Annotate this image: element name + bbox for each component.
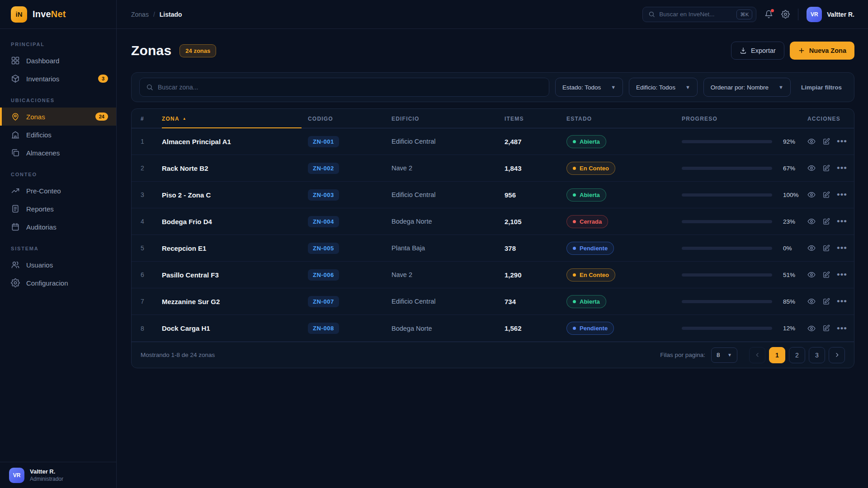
more-button[interactable]: •••	[837, 326, 847, 331]
breadcrumb: Zonas / Listado	[131, 11, 182, 18]
chevron-down-icon: ▼	[778, 84, 783, 90]
next-page-button[interactable]	[829, 347, 845, 363]
edit-button[interactable]	[822, 191, 830, 199]
row-actions: •••	[807, 271, 847, 279]
sidebar-item-almacenes[interactable]: Almacenes	[0, 144, 116, 162]
col-header-edificio[interactable]: EDIFICIO	[392, 116, 505, 122]
sidebar-item-label: Zonas	[26, 113, 89, 121]
avatar: VR	[807, 7, 822, 22]
notification-dot	[771, 9, 774, 12]
zone-code-badge: ZN-007	[308, 296, 339, 307]
sidebar-item-label: Inventarios	[26, 75, 92, 83]
progress-percent: 92%	[783, 138, 795, 145]
view-button[interactable]	[807, 244, 816, 252]
view-button[interactable]	[807, 191, 816, 199]
clear-filters-link[interactable]: Limpiar filtros	[797, 84, 846, 91]
sidebar-item-pre-conteo[interactable]: Pre-Conteo	[0, 182, 116, 200]
page-button-1[interactable]: 1	[769, 347, 785, 363]
table-row[interactable]: 1Almacen Principal A1ZN-001Edificio Cent…	[132, 128, 854, 155]
building-name: Nave 2	[392, 271, 505, 278]
rows-per-page-select[interactable]: 8▼	[711, 347, 737, 363]
progress-bar	[682, 167, 772, 170]
more-button[interactable]: •••	[837, 192, 847, 197]
prev-page-button[interactable]	[749, 347, 765, 363]
sidebar-item-label: Almacenes	[26, 149, 108, 157]
user-name: Valtter R.	[30, 468, 63, 475]
table-row[interactable]: 7Mezzanine Sur G2ZN-007Edificio Central7…	[132, 288, 854, 315]
new-zone-button[interactable]: Nueva Zona	[790, 42, 854, 60]
view-button[interactable]	[807, 271, 816, 279]
table-header-row: # ZONA▲ CODIGO EDIFICIO ITEMS ESTADO PRO…	[132, 109, 854, 128]
view-button[interactable]	[807, 324, 816, 333]
sidebar-item-edificios[interactable]: Edificios	[0, 126, 116, 144]
sidebar-item-dashboard[interactable]: Dashboard	[0, 52, 116, 70]
table-row[interactable]: 8Dock Carga H1ZN-008Bodega Norte1,562Pen…	[132, 315, 854, 342]
col-header-codigo[interactable]: CODIGO	[308, 116, 392, 122]
sidebar-item-auditorias[interactable]: Auditorias	[0, 218, 116, 236]
breadcrumb-parent[interactable]: Zonas	[131, 11, 149, 18]
edit-button[interactable]	[822, 298, 830, 305]
notifications-button[interactable]	[764, 10, 773, 19]
zone-name: Rack Norte B2	[162, 164, 308, 172]
more-button[interactable]: •••	[837, 139, 847, 144]
col-header-progreso[interactable]: PROGRESO	[682, 116, 807, 122]
progress-percent: 0%	[783, 245, 792, 252]
col-header-estado[interactable]: ESTADO	[566, 116, 682, 122]
edit-button[interactable]	[822, 244, 830, 252]
row-number: 7	[141, 298, 162, 305]
page-button-2[interactable]: 2	[789, 347, 805, 363]
more-button[interactable]: •••	[837, 246, 847, 250]
view-button[interactable]	[807, 164, 816, 172]
more-button[interactable]: •••	[837, 299, 847, 304]
progress-cell: 92%	[682, 138, 807, 145]
building-icon	[11, 130, 20, 139]
table-row[interactable]: 6Pasillo Central F3ZN-006Nave 21,290En C…	[132, 262, 854, 288]
export-button[interactable]: Exportar	[731, 42, 784, 60]
edit-button[interactable]	[822, 271, 830, 279]
col-header-zona[interactable]: ZONA▲	[162, 109, 302, 128]
estado-filter-select[interactable]: Estado: Todos▼	[555, 78, 623, 97]
divider	[798, 9, 798, 20]
brand: iN InveNet	[0, 0, 116, 29]
sidebar-item-inventarios[interactable]: Inventarios3	[0, 70, 116, 88]
edit-button[interactable]	[822, 138, 830, 145]
zone-name: Almacen Principal A1	[162, 138, 308, 145]
edit-button[interactable]	[822, 324, 830, 332]
table-row[interactable]: 4Bodega Frio D4ZN-004Bodega Norte2,105Ce…	[132, 208, 854, 235]
more-button[interactable]: •••	[837, 272, 847, 277]
sidebar-user[interactable]: VR Valtter R. Administrador	[0, 462, 116, 488]
view-button[interactable]	[807, 297, 816, 305]
eye-icon	[807, 244, 816, 252]
zone-code-badge: ZN-005	[308, 243, 339, 254]
progress-percent: 23%	[783, 218, 795, 225]
calendar-icon	[11, 222, 20, 231]
row-number: 1	[141, 138, 162, 145]
zone-code-cell: ZN-005	[308, 243, 392, 254]
zone-search[interactable]	[139, 78, 549, 97]
table-row[interactable]: 3Piso 2 - Zona CZN-003Edificio Central95…	[132, 182, 854, 208]
edificio-filter-select[interactable]: Edificio: Todos▼	[629, 78, 698, 97]
sidebar-item-usuarios[interactable]: Usuarios	[0, 256, 116, 274]
sidebar-item-reportes[interactable]: Reportes	[0, 200, 116, 218]
edit-button[interactable]	[822, 218, 830, 225]
global-search-input[interactable]	[659, 11, 732, 18]
page-button-3[interactable]: 3	[809, 347, 825, 363]
table-row[interactable]: 2Rack Norte B2ZN-002Nave 21,843En Conteo…	[132, 155, 854, 182]
zone-search-input[interactable]	[158, 84, 542, 91]
zone-name: Piso 2 - Zona C	[162, 191, 308, 199]
sidebar-item-zonas[interactable]: Zonas24	[0, 108, 116, 126]
global-search[interactable]: ⌘K	[642, 7, 756, 22]
col-header-items[interactable]: ITEMS	[505, 116, 566, 122]
more-button[interactable]: •••	[837, 166, 847, 170]
ordenar-select[interactable]: Ordenar por: Nombre▼	[703, 78, 791, 97]
view-button[interactable]	[807, 217, 816, 225]
progress-bar	[682, 220, 772, 223]
sidebar-item-configuracion[interactable]: Configuracion	[0, 274, 116, 292]
more-button[interactable]: •••	[837, 219, 847, 224]
table-row[interactable]: 5Recepcion E1ZN-005Planta Baja378Pendien…	[132, 235, 854, 262]
edit-button[interactable]	[822, 164, 830, 172]
user-menu[interactable]: VR Valtter R.	[807, 7, 854, 22]
status-badge: Pendiente	[566, 322, 614, 335]
view-button[interactable]	[807, 137, 816, 145]
settings-button[interactable]	[781, 10, 790, 19]
